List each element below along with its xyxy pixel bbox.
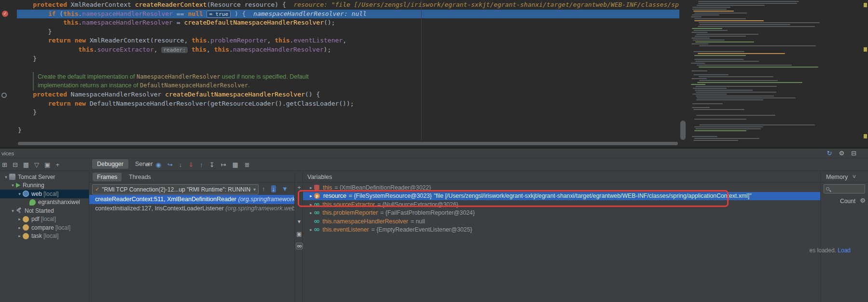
chevron-icon[interactable]: ▸ xyxy=(16,225,23,230)
minimap-line xyxy=(691,38,710,39)
layout-settings-icon[interactable]: ≡ xyxy=(146,161,150,168)
code-token: , xyxy=(154,46,162,53)
debug-tool-window: vices ↻⚙⊟ ⊞⊟▦▽▣+ Debugger Server ≡◉↪↓⇓↑↧… xyxy=(0,149,868,302)
tree-item-not-started[interactable]: ▾Not Started xyxy=(0,206,89,215)
code-token: this xyxy=(192,46,207,53)
chevron-icon[interactable]: ▸ xyxy=(16,217,23,221)
minimap-line xyxy=(694,138,759,139)
chevron-icon[interactable]: ▸ xyxy=(308,185,314,190)
tree-item-pdf[interactable]: ▸pdf[local] xyxy=(0,215,89,224)
field-icon: oo xyxy=(314,227,319,233)
tab-debugger[interactable]: Debugger xyxy=(92,159,128,169)
collapse-all-icon[interactable]: ⊟ xyxy=(13,161,18,168)
chevron-icon[interactable]: ▸ xyxy=(16,233,23,238)
chevron-icon[interactable]: ▸ xyxy=(308,210,314,215)
show-execution-point-icon[interactable]: ◉ xyxy=(156,161,161,168)
flatten-icon[interactable]: ▣ xyxy=(44,161,50,168)
chevron-icon[interactable]: ▸ xyxy=(308,227,314,232)
frame-row[interactable]: contextInitialized:127, IrisContextLoade… xyxy=(89,204,294,213)
minimap-line xyxy=(698,53,785,54)
memory-search-box[interactable] xyxy=(824,184,865,193)
code-token: used if none is specified. Default xyxy=(220,73,308,80)
group-by-icon[interactable]: ▦ xyxy=(23,161,29,168)
step-into-icon[interactable]: ↓ xyxy=(179,161,182,168)
code-editor[interactable]: protected XmlReaderContext createReaderC… xyxy=(0,0,868,147)
code-line: return new DefaultNamespaceHandlerResolv… xyxy=(0,99,679,109)
vertical-scrollbar-thumb[interactable] xyxy=(680,121,686,140)
minimap-line xyxy=(694,20,764,21)
chevron-icon[interactable]: ▾ xyxy=(3,175,9,179)
step-over-icon[interactable]: ↪ xyxy=(167,161,173,168)
drop-frame-icon[interactable]: ↧ xyxy=(209,161,215,168)
tab-threads[interactable]: Threads xyxy=(124,173,155,181)
code-token: this xyxy=(192,37,207,44)
search-input[interactable] xyxy=(831,186,860,192)
server-icon xyxy=(9,174,15,180)
load-classes-link[interactable]: Load xyxy=(838,247,851,254)
code-token: DefaultNamespaceHandlerResolver xyxy=(140,82,248,89)
tree-item-label: egrantshanxiwel xyxy=(38,199,80,206)
filter-icon[interactable]: ▽ xyxy=(34,161,39,168)
stripe-mark[interactable] xyxy=(864,134,867,138)
code-token: createReaderContext xyxy=(135,1,207,8)
code-token xyxy=(18,1,33,8)
minimap-line xyxy=(692,9,727,10)
horizontal-scrollbar[interactable] xyxy=(17,141,678,146)
frame-row[interactable]: createReaderContext:511, XmlBeanDefiniti… xyxy=(89,195,294,204)
tree-item-suffix: [local] xyxy=(43,233,58,239)
panel-toolbar: ⊞⊟▦▽▣+ Debugger Server ≡◉↪↓⇓↑↧↦▦≣ xyxy=(0,158,868,171)
chevron-icon[interactable]: ▾ xyxy=(10,183,16,188)
filter-funnel-icon[interactable]: ▼ xyxy=(282,185,288,192)
add-service-icon[interactable]: + xyxy=(55,161,59,168)
breakpoint-icon[interactable]: ✓ xyxy=(2,11,8,17)
hide-panel-icon[interactable]: ⊟ xyxy=(851,149,856,158)
gear-icon[interactable]: ⚙ xyxy=(839,149,844,158)
variable-row[interactable]: ▸oothis.problemReporter= {FailFastProble… xyxy=(303,209,820,218)
stripe-mark[interactable] xyxy=(864,47,867,52)
tree-item-egrantshanxiwel[interactable]: egrantshanxiwel xyxy=(0,198,89,207)
code-token: eventListener xyxy=(293,37,343,44)
vertical-scrollbar[interactable] xyxy=(679,0,687,141)
chevron-down-icon[interactable]: ▾ xyxy=(295,218,303,225)
gear-icon[interactable]: ⚙ xyxy=(860,197,866,204)
code-token: createDefaultNamespaceHandlerResolver xyxy=(165,91,305,98)
frame-location: createReaderContext:511, XmlBeanDefiniti… xyxy=(95,196,238,203)
memory-count-header[interactable]: Count xyxy=(840,198,855,205)
thread-selector[interactable]: ✓ "RMI TCP Connection(2)-12...up "RMI Ru… xyxy=(92,184,259,194)
horizontal-scrollbar-thumb[interactable] xyxy=(18,142,678,145)
step-out-icon[interactable]: ↑ xyxy=(200,161,203,168)
tree-item-running[interactable]: ▾Running xyxy=(0,181,89,190)
tree-item-task[interactable]: ▸task[local] xyxy=(0,232,89,241)
tree-item-web[interactable]: ▾web[local] xyxy=(0,190,89,198)
minimap-line xyxy=(694,59,744,60)
inline-watches-icon[interactable]: oo xyxy=(295,242,303,249)
evaluate-expression-icon[interactable]: ▦ xyxy=(233,161,238,168)
tree-item-tomcat-server[interactable]: ▾Tomcat Server xyxy=(0,173,89,181)
force-step-into-icon[interactable]: ⇓ xyxy=(188,161,193,168)
minimap-line xyxy=(695,90,753,91)
chevron-icon[interactable]: ▾ xyxy=(10,208,16,213)
minimap[interactable] xyxy=(689,0,867,145)
view-options-icon[interactable]: ≣ xyxy=(245,161,250,168)
down-frame-icon[interactable]: ↓ xyxy=(271,185,276,192)
services-title-text: vices xyxy=(1,151,14,156)
sync-icon[interactable]: ↻ xyxy=(827,149,832,158)
minimap-line xyxy=(699,67,818,68)
chevron-icon[interactable]: ▾ xyxy=(16,192,23,196)
run-to-cursor-icon[interactable]: ↦ xyxy=(221,161,226,168)
expand-all-icon[interactable]: ⊞ xyxy=(2,161,7,168)
tab-frames[interactable]: Frames xyxy=(93,173,122,181)
variable-row[interactable]: oothis.namespaceHandlerResolver= null xyxy=(303,217,820,226)
tree-item-compare[interactable]: ▸compare[local] xyxy=(0,223,89,232)
minimap-line xyxy=(694,126,763,127)
up-frame-icon[interactable]: ↑ xyxy=(262,185,265,192)
code-token: (Resource resource) { xyxy=(207,1,293,8)
stripe-mark[interactable] xyxy=(864,3,867,7)
code-token: XmlReaderContext(resource, xyxy=(90,37,192,44)
run-icon xyxy=(16,183,20,188)
minimap-line xyxy=(696,92,776,93)
variable-row[interactable]: ▸oothis.eventListener= {EmptyReaderEvent… xyxy=(303,226,820,234)
copy-stack-icon[interactable]: ▣ xyxy=(295,231,303,237)
minimap-line xyxy=(696,96,774,96)
minimap-line xyxy=(693,40,725,41)
